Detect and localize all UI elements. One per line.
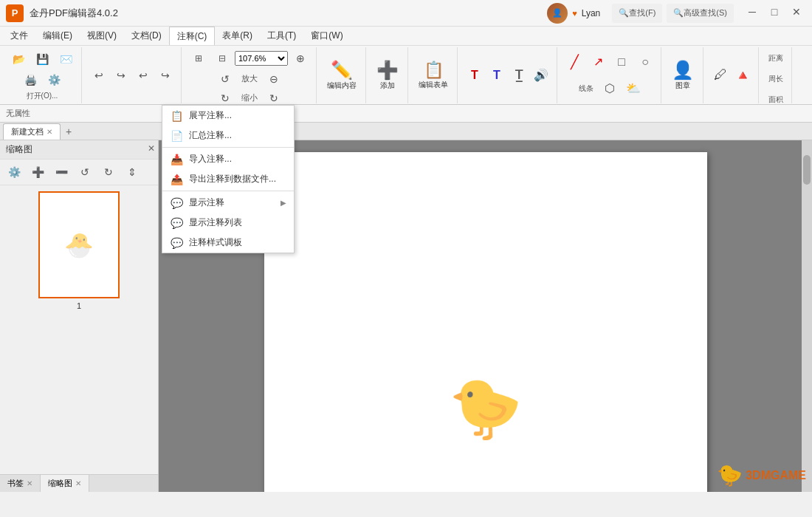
circle-btn[interactable]: ○	[634, 52, 656, 72]
content-area: 🐤 🐤 3DMGAME	[159, 140, 812, 492]
sidebar: 缩略图 ✕ ⚙️ ➕ ➖ ↺ ↻ ⇕ 🐣 1 书签 ✕ 缩略图	[0, 140, 159, 492]
area-btn[interactable]: 面积	[765, 90, 787, 106]
menu-window[interactable]: 窗口(W)	[303, 27, 350, 45]
sidebar-toolbar: ⚙️ ➕ ➖ ↺ ↻ ⇕	[0, 160, 158, 185]
sidebar-rotate-right-btn[interactable]: ↻	[97, 162, 120, 182]
main-toolbar: 📂 💾 ✉️ 🖨️ ⚙️ 打开(O)... ↩ ↪ ↩ ↪ ⊞ ⊟ 107.6%…	[0, 46, 812, 105]
redo2-btn[interactable]: ↪	[154, 66, 176, 85]
line-label-btn[interactable]: 线条	[575, 79, 597, 98]
eraser-btn[interactable]: 🖊	[709, 66, 732, 85]
minimize-button[interactable]: ─	[743, 4, 762, 20]
edit-content-label: 编辑内容	[327, 81, 357, 91]
sidebar-expand-btn[interactable]: ⇕	[121, 162, 143, 182]
settings-btn[interactable]: ⚙️	[43, 70, 65, 89]
text-tool-btn[interactable]: T	[464, 66, 486, 85]
sidebar-tab-thumbnail-close[interactable]: ✕	[75, 479, 81, 487]
cloud-btn[interactable]: ⛅	[622, 79, 644, 98]
toolbar-stamp-group: 👤 图章	[663, 47, 703, 103]
menu-annot[interactable]: 注释(C)	[169, 27, 216, 45]
scrollbar-thumb[interactable]	[803, 155, 811, 185]
print-btn[interactable]: 🖨️	[19, 70, 41, 89]
toolbar-add-group: ➕ 添加	[368, 47, 408, 103]
close-button[interactable]: ✕	[787, 4, 806, 20]
sidebar-tab-thumbnail[interactable]: 缩略图 ✕	[41, 475, 89, 492]
open-folder-btn[interactable]: 📂	[7, 49, 30, 69]
watermark-text: 3DMGAME	[746, 469, 806, 482]
tab-newdoc-close[interactable]: ✕	[47, 128, 52, 136]
sidebar-settings-btn[interactable]: ⚙️	[3, 162, 25, 182]
sidebar-title: 缩略图	[6, 144, 32, 154]
search-button[interactable]: 🔍 查找(F)	[612, 4, 662, 23]
maximize-button[interactable]: □	[765, 4, 784, 20]
undo2-btn[interactable]: ↩	[132, 66, 154, 85]
distance-btn[interactable]: 距离	[765, 49, 787, 68]
add-label: 添加	[380, 81, 395, 91]
add-btn[interactable]: ➕ 添加	[372, 58, 403, 92]
clear-btn[interactable]: 🔺	[732, 66, 754, 85]
sidebar-tab-bookmark[interactable]: 书签 ✕	[0, 475, 41, 492]
menu-table[interactable]: 表单(R)	[215, 27, 260, 45]
toolbar-measure-group: 距离 周长 面积	[760, 47, 792, 103]
toolbar-zoom-group: ⊞ ⊟ 107.6% 100% 125% 150% 200% ⊕ ↺ 放大 ⊖ …	[183, 47, 317, 103]
watermark-logo: 🐤	[717, 463, 743, 487]
line-tool-btn[interactable]: ╱	[563, 52, 585, 72]
sidebar-minus-btn[interactable]: ➖	[50, 162, 72, 182]
perimeter-btn[interactable]: 周长	[765, 69, 787, 89]
toolbar-text-group: T T T̲ 🔊	[459, 47, 557, 103]
sidebar-tab-bookmark-close[interactable]: ✕	[27, 479, 32, 487]
zoom-enlarge-btn[interactable]: 放大	[238, 69, 261, 89]
sidebar-content: 🐣 1	[0, 185, 158, 474]
toolbar-drawing-group: ╱ ↗ □ ○ 线条 ⬡ ⛅	[559, 47, 661, 103]
stamp-label: 图章	[675, 81, 690, 91]
edit-table-label: 编辑表单	[419, 80, 448, 90]
zoom-select[interactable]: 107.6% 100% 125% 150% 200%	[235, 51, 288, 66]
menu-tools[interactable]: 工具(T)	[260, 27, 303, 45]
menu-view[interactable]: 视图(V)	[80, 27, 124, 45]
app-logo: P	[6, 4, 24, 22]
toolbar-eraser-group: 🖊 🔺	[705, 47, 759, 103]
save-btn[interactable]: 💾	[31, 49, 53, 69]
open-label: 打开(O)...	[27, 91, 58, 101]
rect-btn[interactable]: □	[610, 52, 633, 72]
menu-doc[interactable]: 文档(D)	[124, 27, 169, 45]
text-speaker-btn[interactable]: 🔊	[530, 66, 552, 85]
undo-btn[interactable]: ↩	[88, 66, 110, 85]
sidebar-rotate-left-btn[interactable]: ↺	[74, 162, 96, 182]
rotate-left-btn[interactable]: ↺	[214, 69, 236, 89]
fit-page-btn[interactable]: ⊞	[187, 49, 210, 68]
user-verified-icon: ♥	[572, 9, 577, 18]
menu-edit[interactable]: 编辑(E)	[35, 27, 80, 45]
toolbar-edittable-group: 📋 编辑表单	[410, 47, 458, 103]
email-btn[interactable]: ✉️	[55, 49, 77, 69]
sidebar-add-btn[interactable]: ➕	[27, 162, 49, 182]
rotate-right-btn[interactable]: ↻	[214, 89, 236, 106]
polygon-btn[interactable]: ⬡	[599, 79, 621, 98]
page-thumbnail-1[interactable]: 🐣 1	[38, 191, 120, 468]
stamp-btn[interactable]: 👤 图章	[667, 58, 698, 92]
arrow-tool-btn[interactable]: ↗	[587, 52, 609, 72]
vertical-scrollbar[interactable]	[802, 140, 812, 492]
redo-btn[interactable]: ↪	[110, 66, 132, 85]
menu-file[interactable]: 文件	[3, 27, 35, 45]
tabbar: 新建文档 ✕ +	[0, 123, 812, 140]
text-color-btn[interactable]: T	[486, 66, 508, 85]
tab-newdoc[interactable]: 新建文档 ✕	[3, 123, 61, 140]
zoom-reduce-btn[interactable]: 缩小	[238, 89, 261, 106]
edit-table-btn[interactable]: 📋 编辑表单	[414, 59, 453, 92]
fit-width-btn[interactable]: ⊟	[211, 49, 233, 68]
zoom-out-btn[interactable]: ⊖	[263, 69, 285, 89]
zoom-in-icon[interactable]: ⊕	[289, 49, 312, 68]
toolbar-undo-group: ↩ ↪ ↩ ↪	[83, 47, 182, 103]
thumb-mascot: 🐣	[64, 231, 94, 259]
avatar: 👤	[547, 3, 568, 24]
main-area: 缩略图 ✕ ⚙️ ➕ ➖ ↺ ↻ ⇕ 🐣 1 书签 ✕ 缩略图	[0, 140, 812, 492]
text-format-btn[interactable]: T̲	[508, 66, 530, 85]
advsearch-button[interactable]: 🔍 高级查找(S)	[667, 4, 734, 23]
sidebar-close-btn[interactable]: ✕	[148, 143, 155, 154]
tab-add-button[interactable]: +	[61, 123, 77, 140]
username: Lyan	[582, 8, 601, 18]
properties-bar: 无属性	[0, 105, 812, 123]
thumb-page-num-1: 1	[38, 301, 120, 310]
edit-content-btn[interactable]: ✏️ 编辑内容	[323, 58, 361, 92]
refresh-btn[interactable]: ↻	[263, 89, 285, 106]
